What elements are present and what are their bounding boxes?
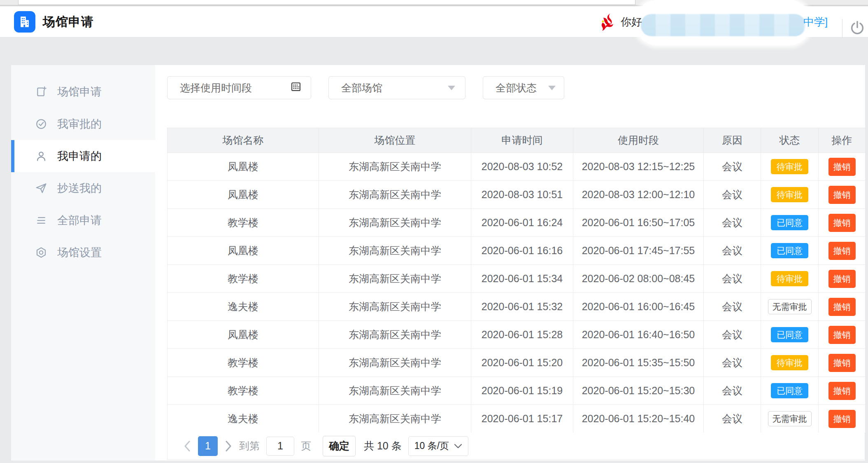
status-cell: 已同意 — [761, 237, 819, 265]
revoke-button[interactable]: 撤销 — [828, 270, 856, 288]
page-unit-label: 页 — [301, 439, 311, 453]
venue-location-cell: 东湖高新区关南中学 — [319, 405, 471, 433]
venue-name-cell: 凤凰楼 — [168, 153, 319, 181]
reason-cell: 会议 — [704, 349, 761, 377]
chevron-left-icon — [183, 440, 191, 452]
venue-location-cell: 东湖高新区关南中学 — [319, 377, 471, 405]
apply-time-cell: 2020-06-01 16:24 — [471, 209, 573, 237]
use-period-cell: 2020-06-01 16:00~16:45 — [573, 293, 704, 321]
school-link[interactable]: 中学] — [803, 7, 828, 37]
status-badge: 待审批 — [771, 159, 808, 174]
status-cell: 待审批 — [761, 153, 819, 181]
user-icon — [35, 150, 47, 162]
table-row: 凤凰楼东湖高新区关南中学2020-06-01 15:282020-06-01 1… — [168, 321, 866, 349]
reason-cell: 会议 — [704, 181, 761, 209]
sidebar-item[interactable]: 全部申请 — [11, 204, 155, 236]
revoke-button[interactable]: 撤销 — [828, 410, 856, 428]
table-row: 凤凰楼东湖高新区关南中学2020-08-03 10:522020-08-03 1… — [168, 153, 866, 181]
document-add-icon — [35, 86, 47, 98]
prev-page-button[interactable] — [181, 440, 194, 452]
redacted-text-region — [641, 14, 805, 36]
chevron-down-icon — [454, 443, 462, 449]
use-period-cell: 2020-06-01 15:20~15:40 — [573, 405, 704, 433]
venue-select[interactable]: 全部场馆 — [328, 76, 465, 99]
action-cell: 撤销 — [819, 181, 866, 209]
table-row: 教学楼东湖高新区关南中学2020-06-01 15:192020-06-01 1… — [168, 377, 866, 405]
venue-name-cell: 逸夫楼 — [168, 293, 319, 321]
column-header: 申请时间 — [471, 128, 573, 153]
revoke-button[interactable]: 撤销 — [828, 354, 856, 372]
next-page-button[interactable] — [222, 440, 235, 452]
use-period-cell: 2020-06-01 17:45~17:55 — [573, 237, 704, 265]
status-select-value: 全部状态 — [496, 81, 537, 95]
venue-location-cell: 东湖高新区关南中学 — [319, 237, 471, 265]
apply-time-cell: 2020-06-01 15:17 — [471, 405, 573, 433]
column-header: 场馆位置 — [319, 128, 471, 153]
filter-bar: 选择使用时间段 全部场馆 全部状态 — [167, 76, 564, 99]
column-header: 状态 — [761, 128, 819, 153]
sidebar-item[interactable]: 我审批的 — [11, 108, 155, 140]
venue-name-cell: 教学楼 — [168, 209, 319, 237]
revoke-button[interactable]: 撤销 — [828, 298, 856, 316]
status-badge: 无需审批 — [768, 411, 812, 426]
revoke-button[interactable]: 撤销 — [828, 158, 856, 176]
revoke-button[interactable]: 撤销 — [828, 214, 856, 232]
status-badge: 无需审批 — [768, 299, 812, 314]
venue-location-cell: 东湖高新区关南中学 — [319, 209, 471, 237]
revoke-button[interactable]: 撤销 — [828, 186, 856, 204]
revoke-button[interactable]: 撤销 — [828, 382, 856, 400]
venue-name-cell: 教学楼 — [168, 349, 319, 377]
logout-power-button[interactable] — [849, 20, 866, 37]
table-row: 逸夫楼东湖高新区关南中学2020-06-01 15:322020-06-01 1… — [168, 293, 866, 321]
goto-page-input[interactable] — [266, 437, 294, 456]
reason-cell: 会议 — [704, 405, 761, 433]
date-range-placeholder: 选择使用时间段 — [180, 81, 252, 95]
header-divider — [842, 19, 842, 38]
sidebar-item[interactable]: 场馆设置 — [11, 236, 155, 269]
use-period-cell: 2020-06-01 15:20~15:30 — [573, 377, 704, 405]
privacy-redaction-overlay — [635, 0, 811, 45]
status-badge: 待审批 — [771, 271, 808, 286]
sidebar-item-label: 我申请的 — [57, 149, 102, 164]
action-cell: 撤销 — [819, 405, 866, 433]
action-cell: 撤销 — [819, 209, 866, 237]
date-range-input[interactable]: 选择使用时间段 — [167, 76, 311, 99]
action-cell: 撤销 — [819, 321, 866, 349]
apply-time-cell: 2020-06-01 15:34 — [471, 265, 573, 293]
page-size-value: 10 条/页 — [414, 440, 449, 452]
action-cell: 撤销 — [819, 237, 866, 265]
sidebar-item[interactable]: 抄送我的 — [11, 172, 155, 204]
sidebar-item[interactable]: 场馆申请 — [11, 76, 155, 108]
venue-location-cell: 东湖高新区关南中学 — [319, 321, 471, 349]
goto-label: 到第 — [239, 439, 260, 453]
building-icon — [18, 15, 32, 29]
apply-time-cell: 2020-06-01 15:28 — [471, 321, 573, 349]
venue-name-cell: 凤凰楼 — [168, 321, 319, 349]
venue-location-cell: 东湖高新区关南中学 — [319, 265, 471, 293]
list-lines-icon — [35, 214, 47, 227]
revoke-button[interactable]: 撤销 — [828, 242, 856, 260]
use-period-cell: 2020-08-03 12:15~12:25 — [573, 153, 704, 181]
status-cell: 无需审批 — [761, 293, 819, 321]
current-page-button[interactable]: 1 — [198, 436, 218, 456]
reason-cell: 会议 — [704, 237, 761, 265]
action-cell: 撤销 — [819, 153, 866, 181]
page-size-select[interactable]: 10 条/页 — [408, 436, 468, 456]
apply-time-cell: 2020-06-01 16:16 — [471, 237, 573, 265]
apply-time-cell: 2020-08-03 10:52 — [471, 153, 573, 181]
status-cell: 待审批 — [761, 181, 819, 209]
venue-select-value: 全部场馆 — [341, 81, 382, 95]
status-select[interactable]: 全部状态 — [483, 76, 564, 99]
table-row: 凤凰楼东湖高新区关南中学2020-08-03 10:512020-08-03 1… — [168, 181, 866, 209]
status-badge: 已同意 — [771, 383, 808, 398]
hexagon-settings-icon — [35, 246, 47, 259]
sidebar-item[interactable]: 我申请的 — [11, 140, 155, 172]
confirm-button[interactable]: 确定 — [323, 436, 356, 456]
address-bar-remnant — [18, 0, 635, 5]
revoke-button[interactable]: 撤销 — [828, 326, 856, 344]
app-logo — [14, 11, 35, 33]
reason-cell: 会议 — [704, 293, 761, 321]
sidebar-item-label: 全部申请 — [57, 213, 102, 228]
reason-cell: 会议 — [704, 153, 761, 181]
venue-name-cell: 教学楼 — [168, 377, 319, 405]
